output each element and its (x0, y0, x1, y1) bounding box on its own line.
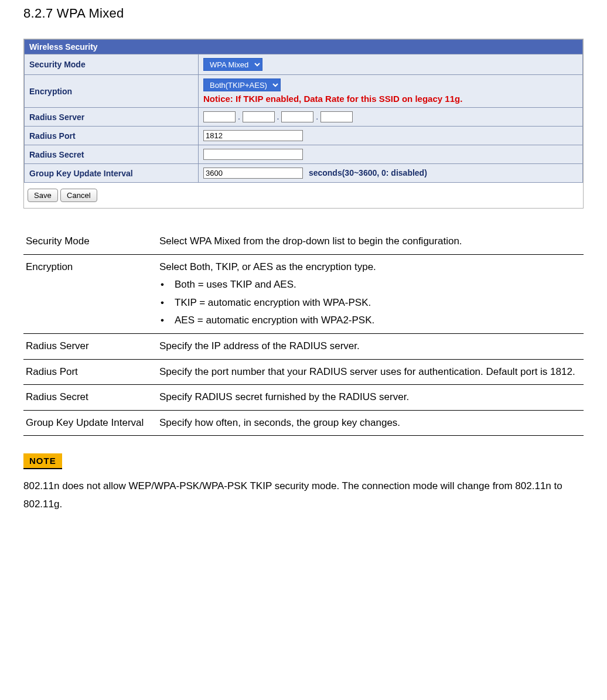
encryption-label: Encryption (25, 75, 199, 108)
desc-encryption-aes: AES = automatic encryption with WPA2-PSK… (175, 312, 581, 330)
gkui-input[interactable] (203, 168, 303, 179)
button-bar: Save Cancel (24, 183, 583, 208)
panel-title: Wireless Security (25, 40, 583, 54)
encryption-cell: Both(TKIP+AES) Notice: If TKIP enabled, … (199, 75, 583, 108)
radius-port-label: Radius Port (25, 127, 199, 145)
encryption-select[interactable]: Both(TKIP+AES) (203, 78, 281, 91)
gkui-cell: seconds(30~3600, 0: disabled) (199, 164, 583, 183)
desc-radius-secret-term: Radius Secret (23, 385, 157, 411)
desc-radius-port-text: Specify the port number that your RADIUS… (157, 359, 584, 385)
desc-gkui-term: Group Key Update Interval (23, 410, 157, 436)
wireless-security-panel: Wireless Security Security Mode WPA Mixe… (23, 39, 584, 209)
desc-radius-server-text: Specify the IP address of the RADIUS ser… (157, 333, 584, 359)
radius-port-input[interactable] (203, 130, 303, 141)
desc-radius-port-term: Radius Port (23, 359, 157, 385)
save-button[interactable]: Save (28, 189, 58, 202)
radius-server-oct1[interactable] (203, 111, 236, 122)
note-badge: NOTE (23, 453, 62, 469)
radius-server-oct3[interactable] (281, 111, 313, 122)
security-mode-cell: WPA Mixed (199, 54, 583, 75)
note-text: 802.11n does not allow WEP/WPA-PSK/WPA-P… (23, 477, 584, 513)
security-mode-label: Security Mode (25, 54, 199, 75)
radius-server-oct4[interactable] (320, 111, 353, 122)
desc-security-mode-term: Security Mode (23, 229, 157, 254)
desc-encryption-text: Select Both, TKIP, or AES as the encrypt… (157, 254, 584, 333)
radius-secret-label: Radius Secret (25, 145, 199, 164)
gkui-label: Group Key Update Interval (25, 164, 199, 183)
desc-encryption-intro: Select Both, TKIP, or AES as the encrypt… (159, 261, 376, 272)
section-heading: 8.2.7 WPA Mixed (23, 6, 584, 21)
radius-secret-cell (199, 145, 583, 164)
desc-gkui-text: Specify how often, in seconds, the group… (157, 410, 584, 436)
desc-radius-server-term: Radius Server (23, 333, 157, 359)
radius-secret-input[interactable] (203, 149, 303, 160)
radius-server-oct2[interactable] (243, 111, 275, 122)
gkui-suffix: seconds(30~3600, 0: disabled) (309, 168, 427, 177)
desc-encryption-tkip: TKIP = automatic encryption with WPA-PSK… (175, 294, 581, 312)
cancel-button[interactable]: Cancel (60, 189, 97, 202)
radius-server-label: Radius Server (25, 108, 199, 127)
security-mode-select[interactable]: WPA Mixed (203, 58, 262, 71)
description-table: Security Mode Select WPA Mixed from the … (23, 229, 584, 436)
desc-radius-secret-text: Specify RADIUS secret furnished by the R… (157, 385, 584, 411)
radius-port-cell (199, 127, 583, 145)
desc-encryption-term: Encryption (23, 254, 157, 333)
desc-encryption-both: Both = uses TKIP and AES. (175, 276, 581, 294)
encryption-notice: Notice: If TKIP enabled, Data Rate for t… (203, 94, 578, 104)
radius-server-cell: . . . (199, 108, 583, 127)
desc-security-mode-text: Select WPA Mixed from the drop-down list… (157, 229, 584, 254)
